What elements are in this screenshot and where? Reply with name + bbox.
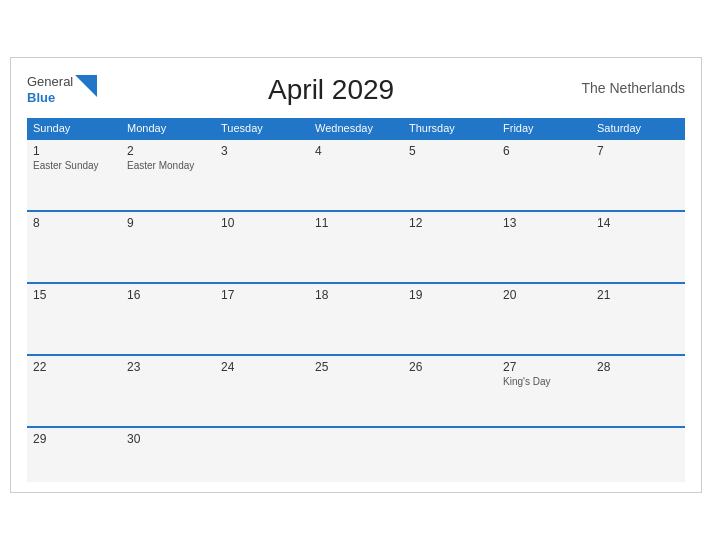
logo-general: General bbox=[27, 74, 73, 90]
table-row: 13 bbox=[497, 211, 591, 283]
day-number: 12 bbox=[409, 216, 491, 230]
calendar-table: Sunday Monday Tuesday Wednesday Thursday… bbox=[27, 118, 685, 482]
day-number: 27 bbox=[503, 360, 585, 374]
day-number: 9 bbox=[127, 216, 209, 230]
table-row: 21 bbox=[591, 283, 685, 355]
table-row: 14 bbox=[591, 211, 685, 283]
day-number: 8 bbox=[33, 216, 115, 230]
day-number: 24 bbox=[221, 360, 303, 374]
table-row: 11 bbox=[309, 211, 403, 283]
table-row: 22 bbox=[27, 355, 121, 427]
table-row: 17 bbox=[215, 283, 309, 355]
table-row: 25 bbox=[309, 355, 403, 427]
table-row: 3 bbox=[215, 139, 309, 211]
day-number: 18 bbox=[315, 288, 397, 302]
table-row: 15 bbox=[27, 283, 121, 355]
table-row: 1Easter Sunday bbox=[27, 139, 121, 211]
table-row: 24 bbox=[215, 355, 309, 427]
logo-flag-icon bbox=[75, 75, 97, 97]
table-row: 10 bbox=[215, 211, 309, 283]
day-number: 25 bbox=[315, 360, 397, 374]
table-row: 6 bbox=[497, 139, 591, 211]
table-row: 8 bbox=[27, 211, 121, 283]
table-row: 23 bbox=[121, 355, 215, 427]
table-row bbox=[497, 427, 591, 482]
calendar-week-row: 891011121314 bbox=[27, 211, 685, 283]
day-number: 20 bbox=[503, 288, 585, 302]
day-number: 26 bbox=[409, 360, 491, 374]
header-friday: Friday bbox=[497, 118, 591, 139]
day-number: 4 bbox=[315, 144, 397, 158]
table-row bbox=[403, 427, 497, 482]
day-number: 15 bbox=[33, 288, 115, 302]
weekday-header-row: Sunday Monday Tuesday Wednesday Thursday… bbox=[27, 118, 685, 139]
day-number: 5 bbox=[409, 144, 491, 158]
svg-marker-0 bbox=[75, 75, 97, 97]
day-number: 3 bbox=[221, 144, 303, 158]
day-number: 7 bbox=[597, 144, 679, 158]
day-number: 13 bbox=[503, 216, 585, 230]
day-event: Easter Sunday bbox=[33, 160, 115, 171]
header-saturday: Saturday bbox=[591, 118, 685, 139]
table-row: 2Easter Monday bbox=[121, 139, 215, 211]
day-number: 10 bbox=[221, 216, 303, 230]
table-row: 9 bbox=[121, 211, 215, 283]
calendar-week-row: 15161718192021 bbox=[27, 283, 685, 355]
calendar-week-row: 2930 bbox=[27, 427, 685, 482]
table-row: 18 bbox=[309, 283, 403, 355]
calendar-week-row: 1Easter Sunday2Easter Monday34567 bbox=[27, 139, 685, 211]
day-number: 23 bbox=[127, 360, 209, 374]
day-event: Easter Monday bbox=[127, 160, 209, 171]
table-row bbox=[591, 427, 685, 482]
day-event: King's Day bbox=[503, 376, 585, 387]
day-number: 11 bbox=[315, 216, 397, 230]
day-number: 17 bbox=[221, 288, 303, 302]
logo-blue: Blue bbox=[27, 90, 73, 106]
table-row: 20 bbox=[497, 283, 591, 355]
calendar-week-row: 222324252627King's Day28 bbox=[27, 355, 685, 427]
calendar-container: General Blue April 2029 The Netherlands … bbox=[10, 57, 702, 493]
day-number: 14 bbox=[597, 216, 679, 230]
day-number: 19 bbox=[409, 288, 491, 302]
logo: General Blue bbox=[27, 74, 97, 105]
day-number: 29 bbox=[33, 432, 115, 446]
table-row: 16 bbox=[121, 283, 215, 355]
table-row: 30 bbox=[121, 427, 215, 482]
day-number: 28 bbox=[597, 360, 679, 374]
table-row: 5 bbox=[403, 139, 497, 211]
table-row: 29 bbox=[27, 427, 121, 482]
table-row bbox=[309, 427, 403, 482]
calendar-title: April 2029 bbox=[97, 74, 565, 106]
header-thursday: Thursday bbox=[403, 118, 497, 139]
table-row: 7 bbox=[591, 139, 685, 211]
table-row bbox=[215, 427, 309, 482]
header-wednesday: Wednesday bbox=[309, 118, 403, 139]
header-monday: Monday bbox=[121, 118, 215, 139]
country-name: The Netherlands bbox=[565, 74, 685, 96]
table-row: 27King's Day bbox=[497, 355, 591, 427]
day-number: 6 bbox=[503, 144, 585, 158]
header-sunday: Sunday bbox=[27, 118, 121, 139]
day-number: 16 bbox=[127, 288, 209, 302]
day-number: 2 bbox=[127, 144, 209, 158]
table-row: 4 bbox=[309, 139, 403, 211]
table-row: 12 bbox=[403, 211, 497, 283]
day-number: 22 bbox=[33, 360, 115, 374]
table-row: 26 bbox=[403, 355, 497, 427]
day-number: 30 bbox=[127, 432, 209, 446]
logo-text: General Blue bbox=[27, 74, 73, 105]
day-number: 21 bbox=[597, 288, 679, 302]
header-tuesday: Tuesday bbox=[215, 118, 309, 139]
table-row: 19 bbox=[403, 283, 497, 355]
calendar-header: General Blue April 2029 The Netherlands bbox=[27, 74, 685, 106]
table-row: 28 bbox=[591, 355, 685, 427]
day-number: 1 bbox=[33, 144, 115, 158]
